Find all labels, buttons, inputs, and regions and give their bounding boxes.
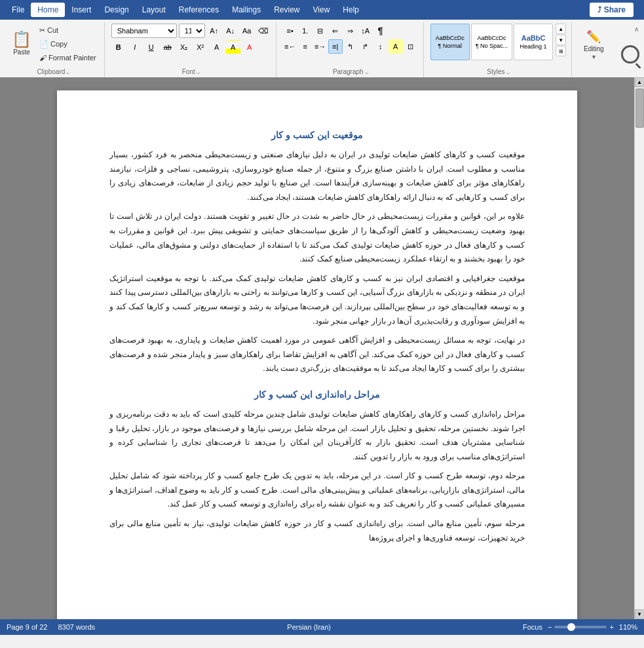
change-case-button[interactable]: Aa [240,24,254,38]
paragraph-label: Paragraph ⌵ [283,67,418,77]
font-label: Font ⌵ [111,67,271,77]
word-count: 8307 words [58,623,95,631]
scroll-down-button[interactable]: ▼ [635,609,645,619]
zoom-in-icon[interactable]: + [609,623,613,631]
paragraph-expand-icon[interactable]: ⌵ [365,69,368,75]
align-left-button[interactable]: ≡← [283,39,297,54]
language-info: Persian (Iran) [287,623,331,631]
share-button[interactable]: ⤴ Share [590,3,634,17]
zoom-thumb[interactable] [567,623,575,631]
text-effects-button[interactable]: A [210,40,224,54]
ribbon-group-clipboard: 📋 Paste ✂ Cut 📄 Copy 🖌 Format Painter [3,22,105,77]
sort-button[interactable]: ↕A [358,24,373,38]
styles-expand-icon[interactable]: ⌵ [506,69,510,75]
format-painter-icon: 🖌 [39,54,47,62]
menu-mailings[interactable]: Mailings [225,3,267,17]
paragraph-1-1[interactable]: موقعیت کسب و کارهای کاهش ضایعات تولیدی د… [109,148,525,204]
menu-design[interactable]: Design [98,3,135,17]
scroll-thumb[interactable] [635,88,644,128]
focus-label[interactable]: Focus [523,623,542,631]
font-expand-icon[interactable]: ⌵ [197,69,200,75]
menu-home[interactable]: Home [31,3,65,17]
paragraph-1-4[interactable]: در نهایت، توجه به مسائل زیست‌محیطی و افز… [109,334,525,376]
menu-file[interactable]: File [5,3,31,17]
paragraph-2-3[interactable]: مرحله سوم، تأمین منابع مالی است. برای را… [109,517,525,545]
font-color-button[interactable]: A [242,40,257,54]
font-name-row: Shabnam 11 A↑ A↓ Aa ⌫ [111,24,271,38]
styles-expand[interactable]: ⊞ [556,46,566,56]
clear-format-button[interactable]: ⌫ [256,24,271,38]
styles-label: Styles ⌵ [430,67,566,77]
subscript-button[interactable]: X₂ [177,40,191,54]
share-icon: ⤴ [597,5,601,14]
menu-layout[interactable]: Layout [136,3,172,17]
editing-content: ✏️ Editing ▼ [578,24,609,67]
menu-insert[interactable]: Insert [65,3,98,17]
menu-references[interactable]: References [172,3,225,17]
font-size-select[interactable]: 11 [179,24,205,38]
font-name-select[interactable]: Shabnam [111,24,177,38]
paste-icon: 📋 [12,31,31,47]
paragraph-1-2[interactable]: علاوه بر این، قوانین و مقررات زیست‌محیطی… [109,210,525,266]
bold-button[interactable]: B [111,40,126,54]
cut-icon: ✂ [39,26,45,35]
bullets-button[interactable]: ≡• [283,24,297,38]
status-right: Focus − + 110% [523,623,637,631]
section-heading-1: موقعیت این کسب و کار [109,130,525,140]
zoom-out-icon[interactable]: − [548,623,552,631]
editing-button[interactable]: ✏️ Editing ▼ [578,24,609,63]
rtl-text-button[interactable]: ↰ [343,39,358,54]
scroll-up-button[interactable]: ▲ [635,77,645,87]
borders-button[interactable]: ⊡ [404,39,418,54]
clipboard-expand-icon[interactable]: ⌵ [66,69,69,75]
multilevel-list-button[interactable]: ⊟ [313,24,328,38]
style-normal[interactable]: AaBbCcDc ¶ Normal [430,24,470,60]
numbering-button[interactable]: 1. [298,24,313,38]
style-heading1[interactable]: AaBbC Heading 1 [514,24,553,60]
menu-review[interactable]: Review [267,3,306,17]
justify-button[interactable]: ≡| [328,39,343,54]
format-painter-button[interactable]: 🖌 Format Painter [37,51,99,64]
search-button[interactable] [616,37,644,76]
styles-scroll-up[interactable]: ▲ [556,24,566,34]
font-format-row: B I U ab X₂ X² A A A [111,40,257,54]
editing-pencil-icon: ✏️ [586,29,601,44]
text-highlight-button[interactable]: A [226,40,240,54]
italic-button[interactable]: I [128,40,142,54]
styles-scroll-down[interactable]: ▼ [556,35,566,45]
style-no-spacing[interactable]: AaBbCcDc ¶ No Spac... [471,24,512,60]
decrease-font-button[interactable]: A↓ [223,24,238,38]
zoom-level[interactable]: 110% [619,623,637,631]
increase-indent-button[interactable]: ⇒ [343,24,358,38]
document-page: موقعیت این کسب و کار موقعیت کسب و کارهای… [57,90,577,619]
cut-button[interactable]: ✂ Cut [37,24,99,37]
menu-bar: File Home Insert Design Layout Reference… [0,0,644,20]
show-marks-button[interactable]: ¶ [373,24,388,38]
paragraph-2-2[interactable]: مرحله دوم، توسعه طرح کسب و کار است. در ا… [109,469,525,512]
paragraph-1-3[interactable]: موقعیت جغرافیایی و اقتصادی ایران نیز به … [109,272,525,328]
zoom-control[interactable]: − + [548,623,614,631]
align-right-button[interactable]: ≡→ [313,39,328,54]
align-center-button[interactable]: ≡ [298,39,313,54]
zoom-slider[interactable] [554,626,607,628]
line-spacing-button[interactable]: ↕ [373,39,388,54]
strikethrough-button[interactable]: ab [161,40,175,54]
decrease-indent-button[interactable]: ⇐ [328,24,343,38]
font-controls: Shabnam 11 A↑ A↓ Aa ⌫ B I U ab X₂ X² [111,24,271,67]
clipboard-label: Clipboard ⌵ [8,67,99,77]
menu-view[interactable]: View [307,3,337,17]
increase-font-button[interactable]: A↑ [207,24,221,38]
ltr-text-button[interactable]: ↱ [358,39,373,54]
shading-button[interactable]: A [388,39,403,54]
page-wrapper[interactable]: موقعیت این کسب و کار موقعیت کسب و کارهای… [0,77,634,619]
menu-help[interactable]: Help [336,3,366,17]
collapse-ribbon-button[interactable]: ∧ [632,24,642,34]
paste-button[interactable]: 📋 Paste [8,24,35,63]
superscript-button[interactable]: X² [193,40,208,54]
status-bar: Page 9 of 22 8307 words Persian (Iran) F… [0,619,644,635]
paragraph-2-1[interactable]: مراحل راه‌اندازی کسب و کارهای راهکارهای … [109,408,525,464]
copy-button[interactable]: 📄 Copy [37,37,99,50]
editing-dropdown-icon: ▼ [591,54,597,60]
vertical-scrollbar[interactable]: ▲ ▼ [634,77,644,619]
underline-button[interactable]: U [144,40,159,54]
